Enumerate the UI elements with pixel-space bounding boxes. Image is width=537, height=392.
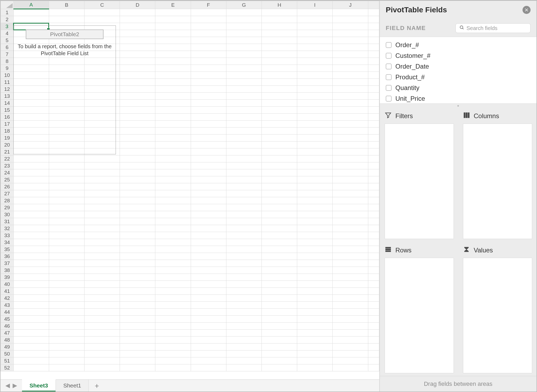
cell[interactable] [226, 364, 262, 371]
cell[interactable] [297, 357, 333, 364]
cell[interactable] [262, 190, 297, 197]
cell[interactable] [297, 148, 333, 155]
cell[interactable] [297, 204, 333, 211]
cell[interactable] [120, 23, 155, 30]
cell[interactable] [120, 197, 155, 204]
cell[interactable] [262, 218, 297, 225]
cell[interactable] [155, 162, 191, 169]
cell[interactable] [13, 288, 49, 295]
cell[interactable] [84, 295, 120, 302]
cell[interactable] [49, 253, 84, 260]
cell[interactable] [155, 274, 191, 281]
cell[interactable] [155, 295, 191, 302]
cell[interactable] [262, 162, 297, 169]
cell[interactable] [333, 93, 368, 100]
cell[interactable] [226, 302, 262, 309]
cell[interactable] [226, 211, 262, 218]
cell[interactable] [333, 218, 368, 225]
cell[interactable] [333, 44, 368, 51]
cell[interactable] [368, 183, 379, 190]
cell[interactable] [297, 232, 333, 239]
cell[interactable] [13, 239, 49, 246]
row-header[interactable]: 29 [1, 204, 14, 211]
cell[interactable] [333, 100, 368, 107]
cell[interactable] [84, 246, 120, 253]
cell[interactable] [155, 100, 191, 107]
cell[interactable] [368, 100, 379, 107]
cell[interactable] [84, 162, 120, 169]
cell[interactable] [120, 107, 155, 114]
cell[interactable] [368, 316, 379, 323]
cell[interactable] [49, 225, 84, 232]
cell[interactable] [49, 239, 84, 246]
cell[interactable] [368, 246, 379, 253]
cell[interactable] [84, 267, 120, 274]
cell[interactable] [191, 253, 226, 260]
cell[interactable] [155, 239, 191, 246]
cell[interactable] [368, 211, 379, 218]
cell[interactable] [226, 100, 262, 107]
cell[interactable] [333, 16, 368, 23]
row-header[interactable]: 51 [1, 357, 14, 364]
cell[interactable] [13, 302, 49, 309]
cell[interactable] [368, 218, 379, 225]
cell[interactable] [297, 225, 333, 232]
cell[interactable] [191, 246, 226, 253]
cell[interactable] [13, 253, 49, 260]
cell[interactable] [13, 232, 49, 239]
cell[interactable] [84, 9, 120, 16]
cell[interactable] [333, 295, 368, 302]
cell[interactable] [297, 16, 333, 23]
cell[interactable] [368, 65, 379, 72]
cell[interactable] [333, 260, 368, 267]
cell[interactable] [226, 350, 262, 357]
cell[interactable] [191, 135, 226, 141]
cell[interactable] [297, 23, 333, 30]
row-header[interactable]: 45 [1, 316, 14, 323]
cell[interactable] [333, 86, 368, 93]
cell[interactable] [120, 253, 155, 260]
cell[interactable] [368, 274, 379, 281]
cell[interactable] [262, 44, 297, 51]
field-item[interactable]: Product_# [386, 72, 531, 83]
cell[interactable] [191, 86, 226, 93]
cell[interactable] [49, 211, 84, 218]
cell[interactable] [84, 16, 120, 23]
cell[interactable] [226, 357, 262, 364]
cell[interactable] [226, 288, 262, 295]
cell[interactable] [84, 253, 120, 260]
cell[interactable] [368, 337, 379, 344]
column-header[interactable]: H [262, 1, 297, 9]
cell[interactable] [333, 51, 368, 58]
cell[interactable] [84, 274, 120, 281]
cell[interactable] [297, 253, 333, 260]
cell[interactable] [333, 267, 368, 274]
cell[interactable] [191, 357, 226, 364]
cell[interactable] [262, 51, 297, 58]
cell[interactable] [120, 316, 155, 323]
cell[interactable] [13, 9, 49, 16]
cell[interactable] [84, 330, 120, 337]
cell[interactable] [120, 79, 155, 86]
cell[interactable] [120, 190, 155, 197]
cell[interactable] [368, 330, 379, 337]
cell[interactable] [333, 23, 368, 30]
row-header[interactable]: 41 [1, 288, 14, 295]
field-checkbox[interactable] [386, 74, 392, 80]
cell[interactable] [226, 190, 262, 197]
cell[interactable] [333, 72, 368, 79]
cell[interactable] [262, 246, 297, 253]
cell[interactable] [120, 128, 155, 135]
zone-rows-dropbox[interactable] [385, 258, 454, 373]
cell[interactable] [368, 281, 379, 288]
cell[interactable] [155, 281, 191, 288]
cell[interactable] [226, 337, 262, 344]
cell[interactable] [13, 169, 49, 176]
cell[interactable] [120, 288, 155, 295]
cell[interactable] [191, 260, 226, 267]
cell[interactable] [155, 169, 191, 176]
cell[interactable] [120, 218, 155, 225]
cell[interactable] [226, 65, 262, 72]
cell[interactable] [262, 197, 297, 204]
cell[interactable] [262, 267, 297, 274]
